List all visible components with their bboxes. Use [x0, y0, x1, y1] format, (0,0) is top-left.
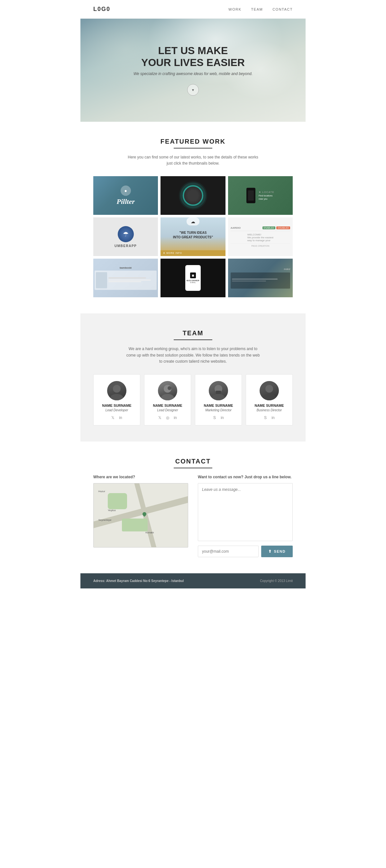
instagram-icon-1[interactable]: ◎	[165, 415, 170, 420]
map-label-huzur: Huzur	[98, 490, 105, 493]
footer-copyright: Copyright © 2013 Limit	[260, 579, 293, 583]
map-label-seyr: Seyrantepe	[98, 519, 112, 522]
umberapp-label: UMBERAPP	[114, 244, 137, 248]
team-name-2: NAME SURNAME	[204, 404, 233, 407]
team-socials-0: 𝕏 in	[110, 415, 123, 420]
work-item-cloud[interactable]: ☁ "WE TURN IDEASINTO GREAT PRODUCTS" ⬇ M…	[161, 217, 225, 256]
team-avatar-0	[107, 381, 127, 400]
work-section: FEATURED WORK Here you can find some of …	[80, 122, 306, 313]
pillter-icon: ●	[120, 186, 131, 196]
work-item-inded[interactable]: inded	[228, 259, 293, 297]
location-label: Where are we located?	[93, 475, 188, 479]
svg-point-9	[263, 394, 276, 400]
footer-address-value: Ahmet Bayram Caddesi No:6 Seyrantepe - I…	[106, 579, 184, 583]
message-textarea[interactable]	[198, 483, 293, 541]
email-input[interactable]	[198, 546, 258, 557]
map-green2	[122, 519, 148, 531]
map-label-yesil: Yeşilce	[108, 509, 116, 512]
linkedin-icon-0[interactable]: in	[118, 415, 123, 420]
contact-left: Where are we located? Huzur Seyrantepe K…	[93, 475, 188, 557]
contact-section-title: CONTACT	[93, 458, 293, 465]
pillter-label: Pillter	[117, 197, 135, 206]
team-avatar-3	[259, 381, 279, 400]
footer-address-label: Adress:	[93, 579, 105, 583]
contact-bottom: ⬆ SEND	[198, 546, 293, 557]
contact-divider	[174, 468, 212, 468]
svg-point-3	[161, 394, 174, 400]
svg-point-8	[266, 385, 273, 393]
nav-links: WORK TEAM CONTACT	[229, 7, 293, 11]
nav-link-contact[interactable]: CONTACT	[273, 7, 293, 11]
team-avatar-2	[209, 381, 228, 400]
footer-address: Adress: Ahmet Bayram Caddesi No:6 Seyran…	[93, 579, 184, 583]
send-button[interactable]: ⬆ SEND	[261, 546, 293, 557]
team-card-3: NAME SURNAME Business Director S in	[246, 374, 293, 426]
team-card-2: NAME SURNAME Marketing Director S in	[195, 374, 242, 426]
work-section-title: FEATURED WORK	[93, 138, 293, 145]
team-section: TEAM We are a hard working group, who's …	[80, 313, 306, 441]
svg-point-6	[212, 394, 225, 400]
hero-section: LET US MAKE YOUR LIVES EASIER We special…	[80, 19, 306, 122]
work-item-social[interactable]: bamboski	[93, 259, 158, 297]
svg-point-4	[168, 386, 171, 390]
team-name-0: NAME SURNAME	[102, 404, 131, 407]
team-card-1: NAME SURNAME Lead Designer 𝕏 ◎ in	[144, 374, 191, 426]
work-item-bizcorner[interactable]: ▣ BIZCORNER E-MAIL	[161, 259, 225, 297]
linkedin-icon-3[interactable]: in	[271, 415, 276, 420]
team-section-title: TEAM	[93, 330, 293, 337]
nav-link-work[interactable]: WORK	[229, 7, 241, 11]
work-divider	[174, 148, 212, 149]
umberapp-icon	[118, 226, 134, 242]
navbar: L0G0 WORK TEAM CONTACT	[80, 0, 306, 19]
work-section-desc: Here you can find some of our latest wor…	[126, 154, 260, 166]
contact-section: CONTACT Where are we located? Huzur Seyr…	[80, 441, 306, 573]
team-divider	[174, 339, 212, 340]
contact-right: Want to contact us now? Just drop us a l…	[198, 475, 293, 557]
team-name-1: NAME SURNAME	[153, 404, 182, 407]
cloud-label: "WE TURN IDEASINTO GREAT PRODUCTS"	[170, 227, 216, 243]
hero-title: LET US MAKE YOUR LIVES EASIER	[141, 45, 245, 69]
team-socials-3: S in	[263, 415, 276, 420]
work-item-umberapp[interactable]: UMBERAPP	[93, 217, 158, 256]
linkedin-icon-1[interactable]: in	[173, 415, 178, 420]
team-role-0: Lead Developer	[106, 408, 128, 412]
twitter-icon-1[interactable]: 𝕏	[157, 415, 163, 420]
svg-point-1	[110, 394, 123, 400]
contact-grid: Where are we located? Huzur Seyrantepe K…	[93, 475, 293, 557]
team-section-desc: We are a hard working group, who's aim i…	[126, 346, 260, 365]
map-label-konak: Konaklı	[145, 531, 154, 534]
map-placeholder: Huzur Seyrantepe Konaklı Yeşilce	[93, 483, 188, 548]
work-item-pillter[interactable]: ● Pillter	[93, 176, 158, 215]
work-grid: ● Pillter ★ LOCATE	[93, 176, 293, 297]
team-role-3: Business Director	[257, 408, 282, 412]
twitter-icon-0[interactable]: 𝕏	[110, 415, 115, 420]
team-socials-2: S in	[212, 415, 225, 420]
team-avatar-1	[158, 381, 177, 400]
team-name-3: NAME SURNAME	[254, 404, 284, 407]
work-item-knob[interactable]	[161, 176, 225, 215]
svg-rect-7	[216, 391, 221, 394]
svg-point-0	[113, 385, 120, 393]
team-role-1: Lead Designer	[157, 408, 178, 412]
send-icon: ⬆	[268, 549, 272, 554]
skype-icon-3[interactable]: S	[263, 415, 268, 420]
hero-scroll-button[interactable]	[187, 84, 199, 96]
team-socials-1: 𝕏 ◎ in	[157, 415, 178, 420]
team-grid: NAME SURNAME Lead Developer 𝕏 in NAME SU…	[93, 374, 293, 426]
hero-subtitle: We specialize in crafting awesome ideas …	[134, 71, 252, 76]
form-label: Want to contact us now? Just drop us a l…	[198, 475, 293, 479]
nav-link-team[interactable]: TEAM	[251, 7, 263, 11]
work-item-aardio[interactable]: AARDIO ENABLED DISABLED WELCOME!We provi…	[228, 217, 293, 256]
team-role-2: Marketing Director	[205, 408, 232, 412]
linkedin-icon-2[interactable]: in	[220, 415, 225, 420]
work-item-locate[interactable]: ★ LOCATE Find locationsnear you	[228, 176, 293, 215]
map-green1	[108, 493, 127, 509]
bizcorner-phone: ▣ BIZCORNER E-MAIL	[185, 265, 201, 291]
nav-logo: L0G0	[93, 6, 110, 12]
send-label: SEND	[274, 550, 286, 553]
skype-icon-2[interactable]: S	[212, 415, 217, 420]
footer: Adress: Ahmet Bayram Caddesi No:6 Seyran…	[80, 573, 306, 588]
knob-circle	[183, 185, 203, 206]
team-card-0: NAME SURNAME Lead Developer 𝕏 in	[93, 374, 140, 426]
